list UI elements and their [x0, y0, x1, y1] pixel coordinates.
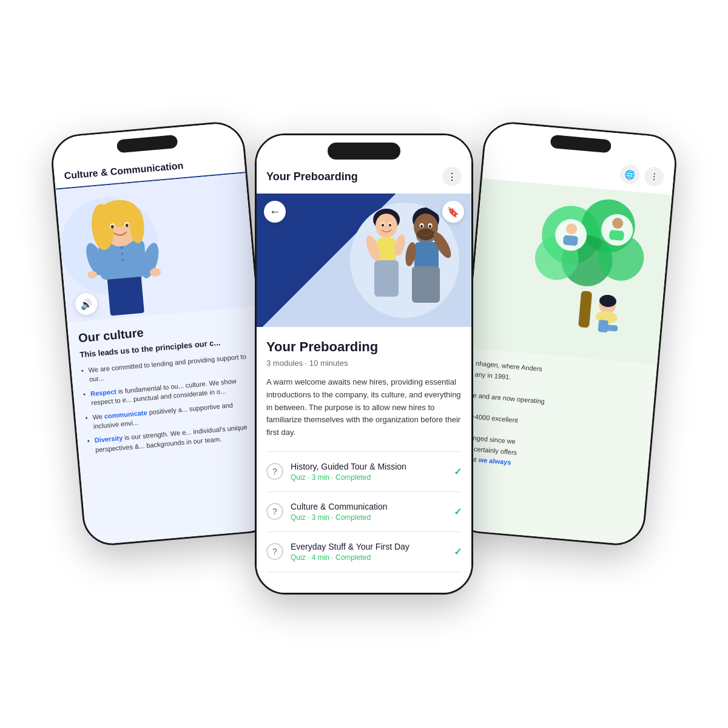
center-app-title: Your Preboarding	[266, 170, 358, 183]
left-text-content: Our culture This leads us to the princip…	[67, 306, 270, 471]
svg-rect-29	[609, 230, 624, 241]
globe-button[interactable]: 🌐	[619, 164, 641, 185]
svg-point-47	[416, 229, 436, 243]
svg-rect-26	[563, 235, 578, 246]
module-3-name: Everyday Stuff & Your First Day	[291, 542, 447, 551]
module-2-icon: ?	[266, 503, 283, 520]
right-phone: 🌐 ⋮	[450, 120, 679, 547]
module-1-meta: Quiz · 3 min · Completed	[291, 473, 447, 482]
svg-point-43	[382, 224, 384, 227]
right-more-icon: ⋮	[649, 171, 658, 181]
center-phone: Your Preboarding ⋮ ← 🔖	[255, 133, 473, 595]
svg-point-44	[389, 224, 391, 227]
right-text-body: nhagen, where Anders any in 1991. e and …	[467, 359, 647, 480]
people-tree-illustration	[519, 178, 667, 352]
svg-rect-18	[578, 291, 592, 328]
svg-rect-38	[374, 260, 399, 297]
center-body: Your Preboarding 3 modules · 10 minutes …	[257, 327, 471, 584]
module-1-info: History, Guided Tour & Mission Quiz · 3 …	[291, 462, 447, 482]
module-2-info: Culture & Communication Quiz · 3 min · C…	[291, 502, 447, 522]
module-3-icon: ?	[266, 543, 283, 560]
module-item-1[interactable]: ? History, Guided Tour & Mission Quiz · …	[266, 452, 462, 492]
module-3-info: Everyday Stuff & Your First Day Quiz · 4…	[291, 542, 447, 562]
right-text-content: nhagen, where Anders any in 1991. e and …	[456, 348, 657, 490]
audio-icon: 🔊	[79, 298, 93, 311]
center-more-button[interactable]: ⋮	[442, 167, 462, 186]
left-phone: Culture & Communication	[49, 120, 278, 547]
respect-link[interactable]: Respect	[90, 388, 117, 397]
principles-list: We are committed to lending and providin…	[81, 352, 259, 456]
module-2-meta: Quiz · 3 min · Completed	[291, 513, 447, 522]
course-title: Your Preboarding	[266, 339, 462, 355]
module-3-check: ✓	[454, 546, 462, 558]
center-hero: ← 🔖	[257, 194, 471, 327]
module-3-meta: Quiz · 4 min · Completed	[291, 553, 447, 562]
svg-rect-33	[607, 325, 618, 332]
course-meta: 3 modules · 10 minutes	[266, 359, 462, 368]
center-notch	[328, 143, 400, 160]
svg-point-36	[376, 214, 397, 238]
left-hero: 🔊	[56, 173, 257, 323]
globe-icon: 🌐	[624, 169, 635, 180]
module-item-3[interactable]: ? Everyday Stuff & Your First Day Quiz ·…	[266, 532, 462, 572]
module-2-check: ✓	[454, 506, 462, 517]
module-2-name: Culture & Communication	[291, 502, 447, 511]
svg-rect-49	[412, 266, 440, 303]
module-item-2[interactable]: ? Culture & Communication Quiz · 3 min ·…	[266, 492, 462, 532]
communicate-link[interactable]: communicate	[104, 408, 147, 419]
diversity-link[interactable]: Diversity	[94, 434, 123, 444]
modules-list: ? History, Guided Tour & Mission Quiz · …	[266, 451, 462, 572]
left-header-title: Culture & Communication	[64, 160, 184, 181]
module-1-name: History, Guided Tour & Mission	[291, 462, 447, 471]
svg-point-55	[429, 225, 431, 228]
right-more-button[interactable]: ⋮	[644, 166, 665, 187]
scene: Culture & Communication	[30, 30, 698, 698]
module-1-icon: ?	[266, 463, 283, 480]
center-more-icon: ⋮	[447, 171, 457, 183]
two-people-illustration	[350, 203, 459, 318]
hero-illustration-circle	[350, 203, 459, 318]
we-always-link[interactable]: we always	[478, 456, 511, 467]
bookmark-icon: 🔖	[447, 206, 459, 218]
svg-rect-32	[598, 320, 608, 332]
bookmark-button[interactable]: 🔖	[442, 201, 464, 223]
back-icon: ←	[269, 206, 280, 218]
svg-point-54	[420, 225, 423, 228]
course-description: A warm welcome awaits new hires, providi…	[266, 376, 462, 439]
right-hero	[467, 178, 672, 364]
module-1-check: ✓	[454, 466, 462, 477]
back-button[interactable]: ←	[264, 201, 286, 223]
